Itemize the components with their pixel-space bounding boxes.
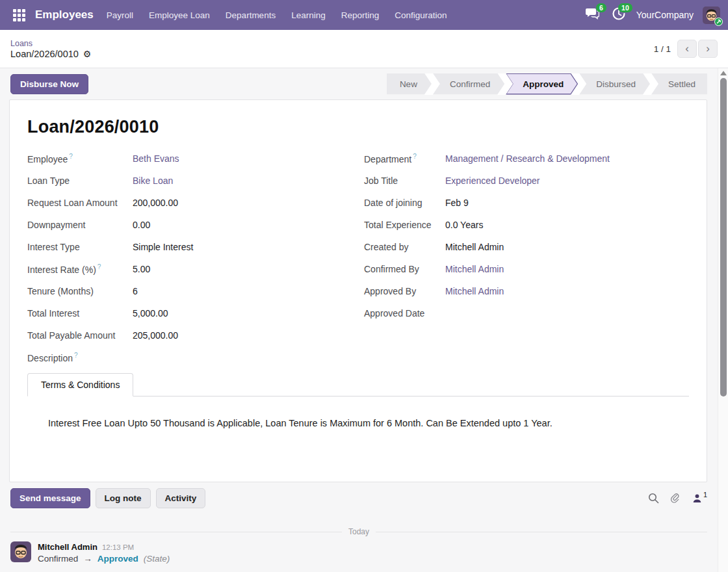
scrollbar-up-arrow[interactable]: [720, 71, 727, 75]
top-navbar: Employees Payroll Employee Loan Departme…: [0, 0, 728, 30]
content-area: Disburse Now New Confirmed Approved Disb…: [0, 68, 728, 572]
activity-button[interactable]: Activity: [156, 488, 206, 508]
field-value-department[interactable]: Management / Research & Development: [445, 153, 610, 164]
field-row-employee: Employee? Beth Evans: [27, 148, 352, 170]
apps-menu-button[interactable]: [8, 4, 30, 26]
form-sheet: Loan/2026/0010 Employee? Beth Evans Loan…: [9, 99, 707, 482]
avatar-status-icon: [714, 18, 723, 26]
menu-employee-loan[interactable]: Employee Loan: [142, 6, 216, 25]
pager-counter: 1 / 1: [654, 44, 671, 54]
breadcrumb: Loans Loan/2026/0010 ⚙: [10, 39, 91, 59]
active-app-name[interactable]: Employees: [35, 8, 94, 21]
activities-button[interactable]: 10: [610, 6, 627, 23]
field-value-total-experience: 0.0 Years: [445, 220, 483, 230]
message-author[interactable]: Mitchell Admin: [38, 542, 98, 552]
tab-terms-and-conditions[interactable]: Terms & Conditions: [27, 373, 133, 396]
send-message-button[interactable]: Send message: [10, 488, 90, 508]
field-value-confirmed-by[interactable]: Mitchell Admin: [445, 264, 504, 274]
status-step-approved[interactable]: Approved: [506, 73, 578, 95]
field-value-request-loan-amount: 200,000.00: [133, 198, 178, 208]
menu-reporting[interactable]: Reporting: [335, 6, 386, 25]
chevron-left-icon: ‹: [685, 42, 689, 55]
app-menu: Payroll Employee Loan Departments Learni…: [100, 6, 454, 25]
field-value-downpayment: 0.00: [133, 220, 150, 230]
breadcrumb-current: Loan/2026/0010: [10, 49, 79, 59]
search-messages-button[interactable]: [648, 493, 659, 504]
status-step-disbursed[interactable]: Disbursed: [579, 73, 650, 95]
menu-configuration[interactable]: Configuration: [388, 6, 453, 25]
status-step-confirmed[interactable]: Confirmed: [433, 73, 504, 95]
chatter-toolbar: Send message Log note Activity 1: [10, 488, 707, 508]
field-row-request-loan-amount: Request Loan Amount 200,000.00: [27, 192, 352, 214]
field-label: Description?: [27, 352, 133, 363]
field-value-job-title[interactable]: Experienced Developer: [445, 176, 540, 186]
field-row-total-experience: Total Experience 0.0 Years: [364, 214, 689, 236]
user-avatar[interactable]: [703, 6, 720, 24]
search-icon: [648, 493, 659, 504]
pager-next-button[interactable]: ›: [698, 40, 718, 58]
field-value-date-of-joining: Feb 9: [445, 198, 469, 208]
help-icon[interactable]: ?: [413, 153, 417, 160]
menu-payroll[interactable]: Payroll: [100, 6, 140, 25]
navbar-systray: 6 10 YourCompany: [584, 6, 720, 24]
field-label: Total Interest: [27, 308, 133, 318]
scrollbar-thumb[interactable]: [720, 78, 727, 396]
field-row-confirmed-by: Confirmed By Mitchell Admin: [364, 258, 689, 280]
vertical-scrollbar[interactable]: [718, 68, 728, 572]
field-label: Downpayment: [27, 220, 133, 230]
field-row-total-interest: Total Interest 5,000.00: [27, 302, 352, 324]
field-row-created-by: Created by Mitchell Admin: [364, 236, 689, 258]
log-note-button[interactable]: Log note: [96, 488, 151, 508]
field-label: Date of joining: [364, 198, 445, 208]
field-value-total-interest: 5,000.00: [133, 308, 168, 318]
disburse-now-button[interactable]: Disburse Now: [10, 74, 88, 94]
field-label: Interest Type: [27, 242, 133, 252]
messages-badge: 6: [596, 3, 606, 12]
control-panel: Loans Loan/2026/0010 ⚙ 1 / 1 ‹ ›: [0, 30, 728, 68]
field-label: Tenure (Months): [27, 286, 133, 296]
field-row-description: Description?: [27, 346, 352, 369]
field-label: Job Title: [364, 176, 445, 186]
help-icon[interactable]: ?: [98, 263, 101, 270]
chatter-message: Mitchell Admin 12:13 PM Confirmed → Appr…: [10, 541, 707, 564]
field-label: Department?: [364, 153, 445, 164]
company-name[interactable]: YourCompany: [636, 10, 694, 20]
field-row-tenure: Tenure (Months) 6: [27, 280, 352, 302]
field-value-created-by: Mitchell Admin: [445, 242, 504, 252]
terms-and-conditions-content: Interest Free Loan Upto 50 Thousand is A…: [27, 396, 689, 428]
status-step-settled[interactable]: Settled: [651, 73, 707, 95]
help-icon[interactable]: ?: [69, 153, 73, 160]
field-row-approved-date: Approved Date: [364, 302, 689, 324]
arrow-right-icon: →: [83, 554, 92, 564]
menu-departments[interactable]: Departments: [219, 6, 282, 25]
gear-icon[interactable]: ⚙: [83, 49, 92, 58]
state-to-link[interactable]: Approved: [98, 554, 138, 564]
field-value-loan-type[interactable]: Bike Loan: [133, 176, 173, 186]
field-column-right: Department? Management / Research & Deve…: [364, 148, 689, 369]
pager-previous-button[interactable]: ‹: [677, 40, 697, 58]
field-label: Request Loan Amount: [27, 198, 133, 208]
status-step-new[interactable]: New: [387, 73, 432, 95]
field-value-employee[interactable]: Beth Evans: [133, 153, 179, 164]
field-row-date-of-joining: Date of joining Feb 9: [364, 192, 689, 214]
attach-files-button[interactable]: [670, 493, 681, 504]
field-label: Created by: [364, 242, 445, 252]
field-label: Approved Date: [364, 308, 445, 318]
apps-grid-icon: [13, 9, 25, 21]
breadcrumb-parent-link[interactable]: Loans: [10, 39, 91, 48]
menu-learning[interactable]: Learning: [285, 6, 332, 25]
field-row-interest-type: Interest Type Simple Interest: [27, 236, 352, 258]
field-label: Total Payable Amount: [27, 330, 133, 341]
field-value-approved-by[interactable]: Mitchell Admin: [445, 286, 504, 296]
field-label: Total Experience: [364, 220, 445, 230]
help-icon[interactable]: ?: [74, 352, 78, 359]
field-row-department: Department? Management / Research & Deve…: [364, 148, 689, 170]
followers-button[interactable]: 1: [692, 493, 707, 503]
activities-badge: 10: [618, 3, 632, 12]
field-row-total-payable: Total Payable Amount 205,000.00: [27, 324, 352, 346]
field-value-tenure: 6: [133, 286, 138, 296]
follower-person-icon: [692, 493, 702, 503]
messages-button[interactable]: 6: [584, 6, 601, 23]
message-author-avatar[interactable]: [10, 541, 31, 562]
state-from: Confirmed: [38, 554, 78, 564]
